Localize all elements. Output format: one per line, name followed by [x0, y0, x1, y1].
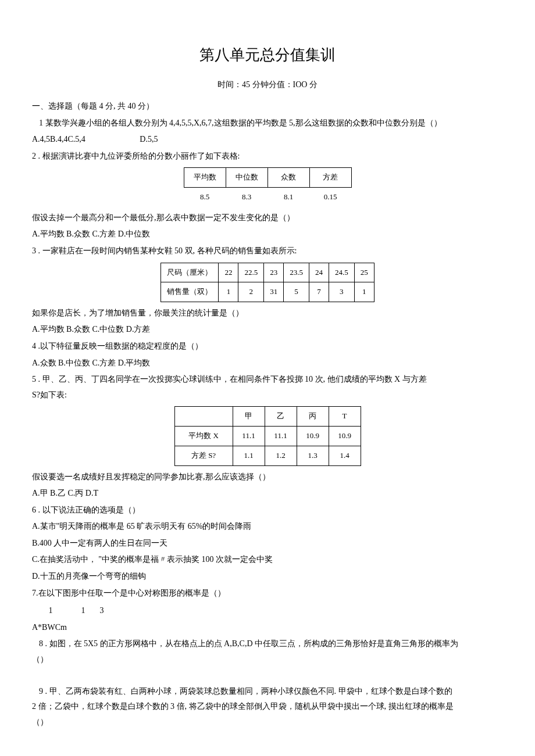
- question-7-options: A*BWCm: [32, 620, 503, 636]
- q3-r2-c3: 31: [264, 282, 284, 302]
- q3-r2-c4: 5: [284, 282, 309, 302]
- q7-frac-row: 1 1 3: [32, 603, 503, 619]
- q2-table: 平均数 中位数 众数 方差 8.5 8.3 8.1 0.15: [184, 167, 352, 206]
- q5-h2: 乙: [265, 407, 297, 427]
- page-title: 第八单元总分值集训: [32, 41, 503, 69]
- section-heading: 一、选择题（每题 4 分, 共 40 分）: [32, 99, 503, 114]
- q3-r2-c2: 2: [238, 282, 264, 302]
- question-2: 2 . 根据演讲比赛中九位评委所给的分数小丽作了如下表格:: [32, 149, 503, 164]
- time-score-line: 时间：45 分钟分值：IOO 分: [32, 77, 503, 93]
- q1-opt-d: D.5,5: [140, 135, 158, 144]
- q5-h1: 甲: [233, 407, 265, 427]
- q5-r1-c2: 11.1: [265, 427, 297, 446]
- q7-frac-1: 1: [42, 603, 59, 619]
- q6-opt-a: A.某市"明天降雨的概率是 65 旷表示明天有 65%的时间会降雨: [32, 519, 503, 535]
- question-6: 6 . 以下说法正确的选项是（）: [32, 503, 503, 518]
- question-3-options: A.平均数 B.众数 C.中位数 D.方差: [32, 322, 503, 338]
- q2-val-mode: 8.1: [268, 188, 309, 207]
- question-3-after: 如果你是店长，为了增加销售量，你最关注的统计量是（）: [32, 306, 503, 321]
- q5-r2-c1: 1.1: [233, 446, 265, 465]
- q5-h3: 丙: [297, 407, 329, 427]
- q5-r1-c1: 11.1: [233, 427, 265, 446]
- q5-r2-c0: 方差 S?: [174, 446, 233, 465]
- question-2-options: A.平均数 B.众数 C.方差 D.中位数: [32, 227, 503, 242]
- q6-opt-b: B.400 人中一定有两人的生日在同一天: [32, 536, 503, 551]
- q3-r1-c4: 23.5: [284, 263, 309, 282]
- q6-opt-c: C.在抽奖活动中， "中奖的概率是福〃表示抽奖 100 次就一定会中奖: [32, 552, 503, 568]
- q2-val-median: 8.3: [226, 188, 268, 207]
- q2-th-variance: 方差: [309, 168, 351, 188]
- q3-r2-c1: 1: [219, 282, 238, 302]
- q5-r2-c2: 1.2: [265, 446, 297, 465]
- q7-frac-3: 3: [94, 603, 110, 619]
- question-9-line1: 9 . 甲、乙两布袋装有红、白两种小球，两袋装球总数量相同，两种小球仅颜色不同.…: [32, 684, 503, 700]
- q2-val-mean: 8.5: [184, 188, 226, 207]
- question-4: 4 .以下特征量反映一组数据的稳定程度的是（）: [32, 339, 503, 354]
- q3-r2-c0: 销售量（双）: [161, 282, 219, 302]
- q5-r1-c3: 10.9: [297, 427, 329, 446]
- q2-th-mean: 平均数: [184, 168, 226, 188]
- q5-r2-c4: 1.4: [329, 446, 361, 465]
- q5-table: 甲 乙 丙 T 平均数 X 11.1 11.1 10.9 10.9 方差 S? …: [174, 406, 361, 465]
- question-5-line2: S?如下表:: [32, 388, 503, 403]
- q3-r1-c3: 23: [264, 263, 284, 282]
- q5-r2-c3: 1.3: [297, 446, 329, 465]
- question-9-line3: （）: [32, 715, 503, 730]
- q3-r1-c0: 尺码（厘米）: [161, 263, 219, 282]
- q1-opts-group-a: A.4,5B.4,4C.5,4: [32, 132, 85, 148]
- q2-th-mode: 众数: [268, 168, 309, 188]
- q3-r2-c7: 1: [354, 282, 374, 302]
- q2-th-median: 中位数: [226, 168, 268, 188]
- q3-r1-c5: 24: [309, 263, 329, 282]
- q5-h4: T: [329, 407, 361, 427]
- q5-r1-c0: 平均数 X: [174, 427, 233, 446]
- q3-r1-c2: 22.5: [238, 263, 264, 282]
- q5-h0: [174, 407, 233, 427]
- question-7: 7.在以下图形中任取一个是中心对称图形的概率是（）: [32, 586, 503, 601]
- question-5-options: A.甲 B.乙 C.丙 D.T: [32, 486, 503, 501]
- question-1-options: A.4,5B.4,4C.5,4 D.5,5: [32, 132, 503, 148]
- q6-opt-d: D.十五的月亮像一个弯弯的细钩: [32, 569, 503, 585]
- q3-r2-c5: 7: [309, 282, 329, 302]
- q3-r1-c1: 22: [219, 263, 238, 282]
- q3-r2-c6: 3: [329, 282, 354, 302]
- q3-table: 尺码（厘米） 22 22.5 23 23.5 24 24.5 25 销售量（双）…: [160, 263, 374, 302]
- q3-r1-c6: 24.5: [329, 263, 354, 282]
- question-9-line2: 2 倍；乙袋中，红球个数是白球个数的 3 倍, 将乙袋中的球全部倒入甲袋，随机从…: [32, 699, 503, 715]
- question-8-line2: （）: [32, 652, 503, 668]
- question-5-line1: 5 . 甲、乙、丙、丁四名同学在一次投掷实心球训练中，在相同条件下各投掷 10 …: [32, 372, 503, 388]
- question-4-options: A.众数 B.中位数 C.方差 D.平均数: [32, 356, 503, 371]
- question-5-after: 假设要选一名成绩好且发挥稳定的同学参加比赛,那么应该选择（）: [32, 470, 503, 485]
- question-2-after: 假设去掉一个最高分和一个最低分,那么表中数据一定不发生变化的是（）: [32, 210, 503, 226]
- q5-r1-c4: 10.9: [329, 427, 361, 446]
- q3-r1-c7: 25: [354, 263, 374, 282]
- q2-val-variance: 0.15: [309, 188, 351, 207]
- question-1: 1 某数学兴趣小组的各组人数分别为 4,4,5,5,X,6,7,这组数据的平均数…: [32, 116, 503, 131]
- question-3: 3 . 一家鞋店在一段时间内销售某种女鞋 50 双, 各种尺码的销售量如表所示:: [32, 243, 503, 259]
- q7-frac-2: 1: [75, 603, 91, 619]
- question-8-line1: 8 . 如图，在 5X5 的正方形网格中，从在格点上的点 A,B,C,D 中任取…: [32, 636, 503, 652]
